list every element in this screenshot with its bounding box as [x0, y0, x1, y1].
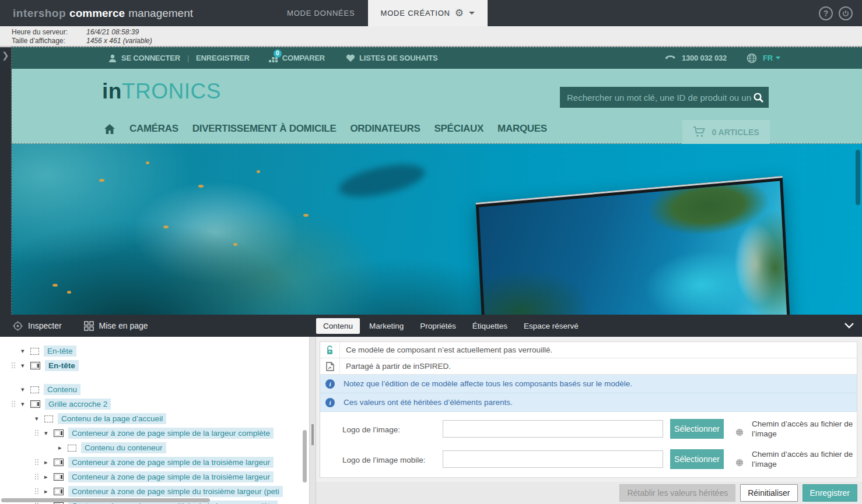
- intronics-logo[interactable]: inTRONICS: [102, 79, 221, 104]
- action-bar: Rétablir les valeurs héritées Réinitiali…: [316, 482, 862, 504]
- sidebar-collapse-strip[interactable]: ❯: [0, 47, 12, 315]
- help-icon[interactable]: ?: [819, 6, 833, 20]
- inspect-tab[interactable]: Inspecter: [13, 321, 62, 331]
- image-logo-input[interactable]: [443, 420, 663, 438]
- lock-status-row: Ce modèle de composant n’est actuellemen…: [320, 342, 857, 358]
- mobile-logo-label: Logo de l’image mobile:: [342, 456, 426, 464]
- phone-number[interactable]: 1300 032 032: [682, 54, 727, 62]
- search-icon[interactable]: [753, 92, 764, 103]
- drag-handle-icon[interactable]: [35, 459, 40, 466]
- drag-handle-icon[interactable]: [35, 488, 40, 495]
- storefront-top-bar: SE CONNECTER | ENREGISTRER 0 COMPARER: [12, 47, 862, 69]
- expander-icon[interactable]: ▾: [21, 362, 30, 369]
- tab-mode-donnees[interactable]: MODE DONNÉES: [274, 0, 368, 26]
- select-image-button[interactable]: Sélectionner: [670, 419, 724, 439]
- expander-icon[interactable]: ▾: [21, 400, 30, 408]
- language-selector[interactable]: FR: [763, 54, 780, 62]
- tree-row: ▸ Conteneur à zone de page simple de la …: [8, 455, 309, 470]
- tv-screen-island-image: [479, 181, 788, 315]
- mobile-logo-input[interactable]: [443, 450, 663, 468]
- mobile-logo-row: Logo de l’image mobile: Sélectionner Che…: [320, 450, 857, 478]
- tree-horizontal-scrollbar[interactable]: [1, 498, 210, 502]
- restore-inherited-button[interactable]: Rétablir les valeurs héritées: [619, 484, 735, 502]
- tab-contenu[interactable]: Contenu: [316, 318, 360, 334]
- inherited-info-row: i Ces valeurs ont été héritées d’élément…: [320, 393, 857, 412]
- compare-count-badge: 0: [274, 50, 282, 58]
- tab-etiquettes[interactable]: Étiquettes: [465, 318, 514, 334]
- server-time-label: Heure du serveur:: [12, 28, 86, 37]
- tab-marketing[interactable]: Marketing: [362, 318, 411, 334]
- preview-vertical-scrollbar[interactable]: [856, 150, 860, 205]
- image-path-hint: Chemin d’accès au fichier de l’image: [752, 419, 857, 439]
- select-mobile-image-button[interactable]: Sélectionner: [670, 449, 724, 469]
- reset-button[interactable]: Réinitialiser: [740, 484, 797, 502]
- storefront-header: inTRONICS CAMÉRAS DIVERTISSEMENT À DOMIC…: [12, 69, 862, 144]
- nav-brands[interactable]: MARQUES: [497, 123, 547, 135]
- expander-icon[interactable]: ▾: [21, 347, 30, 355]
- image-logo-row: Logo de l’image: Sélectionner Chemin d’a…: [320, 420, 857, 450]
- phone-icon: [665, 54, 676, 62]
- nav-home-entertainment[interactable]: DIVERTISSEMENT À DOMICILE: [192, 123, 337, 135]
- home-icon[interactable]: [104, 124, 115, 135]
- detail-tabs: Contenu Marketing Propriétés Étiquettes …: [309, 318, 586, 334]
- app-logo: intershop commerce management: [0, 0, 193, 26]
- brand-intershop: intershop: [13, 7, 66, 20]
- splitter-grip: [311, 424, 314, 445]
- tab-proprietes[interactable]: Propriétés: [413, 318, 463, 334]
- structure-tree: ▾ En-tête ▾ En-tête ▾ Contenu: [0, 337, 309, 504]
- pane-splitter[interactable]: [309, 337, 316, 504]
- storefront-preview-region: ❯ SE CONNECTER | ENREGISTRER 0: [0, 47, 862, 315]
- component-icon: [54, 473, 64, 481]
- expander-icon[interactable]: ▸: [44, 459, 54, 466]
- register-link[interactable]: ENREGISTRER: [196, 54, 250, 62]
- gear-icon[interactable]: ⚙: [455, 8, 464, 18]
- app-bar-icons: ?: [819, 0, 853, 26]
- login-link[interactable]: SE CONNECTER: [108, 54, 180, 63]
- component-icon: [54, 429, 64, 437]
- drag-handle-icon[interactable]: [35, 474, 40, 481]
- compare-link[interactable]: 0 COMPARER: [268, 54, 325, 63]
- expand-arrow-icon[interactable]: ❯: [2, 50, 12, 61]
- expander-icon[interactable]: ▾: [35, 415, 44, 422]
- nav-computers[interactable]: ORDINATEURS: [350, 123, 420, 135]
- hero-banner-image[interactable]: [12, 144, 862, 315]
- cart-icon: [693, 126, 706, 138]
- content-card: Ce modèle de composant n’est actuellemen…: [320, 341, 857, 478]
- tab-mode-creation[interactable]: MODE CRÉATION ⚙: [368, 0, 488, 26]
- drag-handle-icon[interactable]: [12, 401, 16, 408]
- server-time-value: 16/4/21 08:58:39: [86, 28, 139, 37]
- tree-row: ▾ Conteneur à zone de page simple de la …: [8, 426, 309, 440]
- expander-icon[interactable]: ▾: [21, 386, 30, 393]
- info-icon: i: [320, 375, 340, 393]
- nav-specials[interactable]: SPÉCIAUX: [434, 123, 484, 135]
- detail-pane: Ce modèle de composant n’est actuellemen…: [316, 337, 862, 504]
- tree-row: ▸ Conteneur à zone de page simple du tro…: [8, 484, 309, 499]
- fish-shadow: [337, 158, 428, 203]
- tree-vertical-scrollbar[interactable]: [303, 430, 307, 482]
- expander-icon[interactable]: ▸: [44, 473, 54, 481]
- tree-row: ▾ Contenu de la page d’accueil: [8, 411, 309, 426]
- tree-row: ▾ Grille accroche 2: [8, 397, 309, 411]
- drag-handle-icon[interactable]: [12, 362, 16, 369]
- wishlists-link[interactable]: LISTES DE SOUHAITS: [346, 54, 437, 62]
- expander-icon[interactable]: ▸: [58, 444, 68, 452]
- collapse-panel-chevron-icon[interactable]: [845, 323, 854, 329]
- template-info-row: i Notez que l’édition de ce modèle affec…: [320, 375, 857, 393]
- logout-icon[interactable]: [839, 6, 853, 20]
- drag-handle-icon[interactable]: [35, 430, 40, 437]
- chevron-down-icon[interactable]: [469, 12, 475, 15]
- expander-icon[interactable]: ▾: [44, 429, 54, 437]
- shared-status-row: Partagé à partir de inSPIRED.: [320, 358, 857, 375]
- slot-icon: [30, 348, 39, 355]
- chevron-down-icon: [776, 57, 780, 59]
- expander-icon[interactable]: ▸: [44, 488, 54, 495]
- unlock-icon: [320, 342, 340, 358]
- layout-tab[interactable]: Mise en page: [84, 321, 148, 331]
- mobile-path-hint: Chemin d’accès au fichier de l’image: [752, 449, 857, 469]
- save-button[interactable]: Enregistrer: [803, 484, 857, 502]
- cart-button[interactable]: 0 ARTICLES: [682, 120, 770, 144]
- server-info-bar: Heure du serveur: 16/4/21 08:58:39 Taill…: [0, 26, 862, 47]
- search-input[interactable]: [560, 93, 753, 103]
- tab-espace-reserve[interactable]: Espace réservé: [517, 318, 586, 334]
- nav-cameras[interactable]: CAMÉRAS: [129, 123, 178, 135]
